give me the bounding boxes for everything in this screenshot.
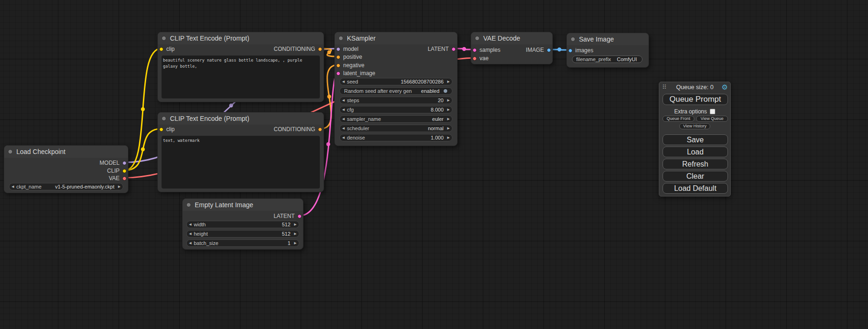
increment-arrow-icon[interactable]: ▶ <box>445 136 452 140</box>
clip-port-dot[interactable] <box>159 47 163 51</box>
decrement-arrow-icon[interactable]: ◀ <box>187 232 194 236</box>
widget-width[interactable]: ◀ width 512 ▶ <box>186 221 299 228</box>
collapse-dot[interactable] <box>162 116 166 121</box>
widget-height[interactable]: ◀ height 512 ▶ <box>186 230 299 238</box>
latent-port-dot[interactable] <box>452 47 456 51</box>
collapse-dot[interactable] <box>162 36 166 41</box>
widget-seed[interactable]: ◀ seed 156680208700286 ▶ <box>339 78 452 85</box>
input-port-model[interactable]: model <box>336 45 361 53</box>
settings-gear-icon[interactable]: ⚙ <box>722 83 728 91</box>
output-port-clip[interactable]: CLIP <box>104 167 127 175</box>
drag-handle-icon[interactable]: ⠿ <box>662 84 667 91</box>
node-title-bar[interactable]: CLIP Text Encode (Prompt) <box>158 32 324 44</box>
collapse-dot[interactable] <box>186 203 191 207</box>
node-title-bar[interactable]: KSampler <box>335 32 457 44</box>
increment-arrow-icon[interactable]: ▶ <box>445 108 452 112</box>
extra-options-checkbox[interactable] <box>710 109 715 114</box>
input-port-images[interactable]: images <box>568 47 596 54</box>
input-port-clip[interactable]: clip <box>159 45 177 53</box>
decrement-arrow-icon[interactable]: ◀ <box>340 136 347 140</box>
increment-arrow-icon[interactable]: ▶ <box>445 98 452 102</box>
save-button[interactable]: Save <box>663 134 728 145</box>
collapse-dot[interactable] <box>339 36 343 41</box>
node-ksampler[interactable]: KSampler model positive negative latent_… <box>334 32 458 146</box>
menu-header[interactable]: ⠿ Queue size: 0 ⚙ <box>659 82 730 92</box>
collapse-dot[interactable] <box>475 36 480 41</box>
node-save-image[interactable]: Save Image images filename_prefix ComfyU… <box>566 33 649 68</box>
output-port-latent[interactable]: LATENT <box>425 45 456 53</box>
image-port-dot[interactable] <box>568 49 572 53</box>
input-port-negative[interactable]: negative <box>336 62 367 69</box>
decrement-arrow-icon[interactable]: ◀ <box>340 98 347 102</box>
toggle-knob[interactable] <box>443 89 448 93</box>
load-button[interactable]: Load <box>663 147 728 157</box>
prompt-textarea[interactable]: text, watermark <box>162 136 320 189</box>
load-default-button[interactable]: Load Default <box>663 183 728 194</box>
model-port-dot[interactable] <box>122 161 127 165</box>
node-clip-text-encode-negative[interactable]: CLIP Text Encode (Prompt) clip CONDITION… <box>157 112 324 192</box>
node-empty-latent-image[interactable]: Empty Latent Image LATENT ◀ width 512 ▶ … <box>182 198 303 250</box>
queue-prompt-button[interactable]: Queue Prompt <box>663 94 728 105</box>
widget-cfg[interactable]: ◀ cfg 8.000 ▶ <box>339 106 452 113</box>
node-title-bar[interactable]: Empty Latent Image <box>183 199 303 211</box>
node-load-checkpoint[interactable]: Load Checkpoint MODEL CLIP VAE ◀ ckpt_na… <box>4 145 128 193</box>
clip-port-dot[interactable] <box>122 169 127 173</box>
node-title-bar[interactable]: Save Image <box>567 33 649 45</box>
output-port-vae[interactable]: VAE <box>106 175 127 182</box>
collapse-dot[interactable] <box>571 37 575 42</box>
collapse-dot[interactable] <box>8 149 13 154</box>
widget-filename-prefix[interactable]: filename_prefix ComfyUI <box>572 56 642 63</box>
input-port-latent-image[interactable]: latent_image <box>336 70 378 77</box>
model-port-dot[interactable] <box>336 47 340 51</box>
view-queue-button[interactable]: View Queue <box>696 116 728 122</box>
prompt-textarea[interactable]: beautiful scenery nature glass bottle la… <box>162 56 320 98</box>
output-port-latent[interactable]: LATENT <box>271 212 302 220</box>
node-vae-decode[interactable]: VAE Decode samples vae IMAGE <box>471 32 553 64</box>
widget-sampler-name[interactable]: ◀ sampler_name euler ▶ <box>339 115 452 123</box>
decrement-arrow-icon[interactable]: ◀ <box>340 108 347 112</box>
clear-button[interactable]: Clear <box>663 171 728 182</box>
widget-batch-size[interactable]: ◀ batch_size 1 ▶ <box>186 239 299 247</box>
output-port-model[interactable]: MODEL <box>97 159 127 167</box>
output-port-conditioning[interactable]: CONDITIONING <box>271 45 322 53</box>
latent-port-dot[interactable] <box>473 48 477 52</box>
increment-arrow-icon[interactable]: ▶ <box>292 241 299 245</box>
output-port-conditioning[interactable]: CONDITIONING <box>271 126 322 133</box>
latent-port-dot[interactable] <box>297 214 302 218</box>
widget-scheduler[interactable]: ◀ scheduler normal ▶ <box>339 125 452 132</box>
input-port-positive[interactable]: positive <box>336 53 365 61</box>
vae-port-dot[interactable] <box>473 56 477 61</box>
widget-steps[interactable]: ◀ steps 20 ▶ <box>339 97 452 104</box>
latent-port-dot[interactable] <box>336 71 340 76</box>
node-clip-text-encode-positive[interactable]: CLIP Text Encode (Prompt) clip CONDITION… <box>157 32 324 102</box>
widget-random-seed-toggle[interactable]: Random seed after every gen enabled <box>339 87 452 95</box>
queue-front-button[interactable]: Queue Front <box>663 116 694 122</box>
increment-arrow-icon[interactable]: ▶ <box>445 117 452 121</box>
refresh-button[interactable]: Refresh <box>663 159 728 169</box>
decrement-arrow-icon[interactable]: ◀ <box>9 185 16 189</box>
conditioning-port-dot[interactable] <box>318 47 322 51</box>
clip-port-dot[interactable] <box>159 127 163 132</box>
conditioning-port-dot[interactable] <box>336 55 340 59</box>
increment-arrow-icon[interactable]: ▶ <box>445 126 452 130</box>
image-port-dot[interactable] <box>547 48 551 52</box>
node-title-bar[interactable]: Load Checkpoint <box>4 146 128 158</box>
increment-arrow-icon[interactable]: ▶ <box>292 232 299 236</box>
widget-ckpt-name[interactable]: ◀ ckpt_name v1-5-pruned-emaonly.ckpt ▶ <box>9 183 123 190</box>
decrement-arrow-icon[interactable]: ◀ <box>340 117 347 121</box>
decrement-arrow-icon[interactable]: ◀ <box>340 126 347 130</box>
input-port-samples[interactable]: samples <box>473 46 503 54</box>
vae-port-dot[interactable] <box>122 176 127 181</box>
view-history-button[interactable]: View History <box>679 123 710 129</box>
conditioning-port-dot[interactable] <box>318 127 322 132</box>
input-port-clip[interactable]: clip <box>159 126 177 133</box>
widget-denoise[interactable]: ◀ denoise 1.000 ▶ <box>339 134 452 141</box>
node-title-bar[interactable]: VAE Decode <box>471 32 552 44</box>
node-title-bar[interactable]: CLIP Text Encode (Prompt) <box>158 112 324 125</box>
conditioning-port-dot[interactable] <box>336 63 340 68</box>
decrement-arrow-icon[interactable]: ◀ <box>340 80 347 84</box>
output-port-image[interactable]: IMAGE <box>523 46 551 54</box>
increment-arrow-icon[interactable]: ▶ <box>445 80 452 84</box>
increment-arrow-icon[interactable]: ▶ <box>292 223 299 226</box>
input-port-vae[interactable]: vae <box>473 55 491 62</box>
